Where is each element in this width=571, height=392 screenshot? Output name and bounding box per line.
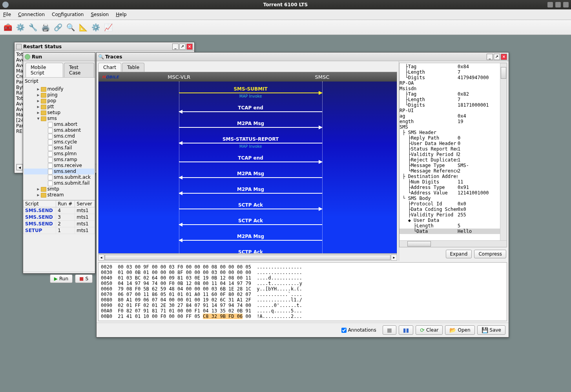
tree-folder-pop[interactable]: ▸pop [24,98,94,104]
minimize-button[interactable] [547,2,553,7]
sequence-chart[interactable]: MOBILE MSC-VLR SMSC SMS-SUBMITMAP Invoke… [98,72,397,254]
menu-help[interactable]: Help [116,12,126,17]
decoder-row-22[interactable]: ├Address Type0x91 [400,185,507,190]
run-button[interactable]: ▶Run [50,274,73,283]
toolbar-btn-9[interactable]: 📈 [103,22,114,33]
open-button[interactable]: 📂Open [445,325,474,335]
decoder-row-14[interactable]: ├User Data Header Indicator0 [400,141,507,146]
decoder-row-29[interactable]: ├Length5 [400,223,507,229]
decoder-row-12[interactable]: ├ SMS Header [400,130,507,135]
decoder-row-21[interactable]: ├Num Digits11 [400,179,507,185]
chart-scroll-left[interactable]: ◂ [98,254,104,261]
decoder-row-15[interactable]: ├Status Report Request1 [400,146,507,152]
tab-table[interactable]: Table [122,63,144,72]
stop-button[interactable]: ■S [75,274,93,283]
decoder-row-10[interactable]: ength19 [400,119,507,124]
decoder-row-5[interactable]: ├Tag0x82 [400,91,507,97]
restart-minimize[interactable]: _ [172,44,179,50]
decoder-row-20[interactable]: ├ Destination Address [400,174,507,179]
tree-folder-setup[interactable]: ▸setup [24,110,94,116]
close-button[interactable] [563,2,569,7]
tree-item-sms-plmn[interactable]: sms.plmn [24,151,94,157]
menu-file[interactable]: File [3,12,11,17]
decoder-row-3[interactable]: RP-OA [400,80,507,86]
tree-item-sms-receive[interactable]: sms.receive [24,163,94,169]
msg-0[interactable]: SMS-SUBMITMAP Invoke [179,93,322,93]
tree-folder-ptt[interactable]: ▸ptt [24,104,94,110]
decoder-tree[interactable]: ├Tag0x84 ├Length7 └Digits41794947000RP-O… [400,63,507,240]
save-button[interactable]: 💾Save [477,325,505,335]
decoder-row-26[interactable]: ├Data Coding Scheme0x0 [400,207,507,212]
compress-button[interactable]: Compress [474,250,506,258]
tree-item-sms-absent[interactable]: sms.absent [24,127,94,133]
decoder-row-6[interactable]: ├Length7 [400,97,507,102]
msg-9[interactable]: M2PA Msg [179,240,322,241]
msg-3[interactable]: SMS-STATUS-REPORTMAP Invoke [179,143,322,143]
traces-close[interactable]: × [501,54,507,60]
decoder-row-1[interactable]: ├Length7 [400,69,507,75]
table-row[interactable]: SMS.SEND3mts1 [24,214,95,221]
script-tree[interactable]: ▸modify ▸ping ▸pop ▸ptt ▸setup ▾sms sms.… [23,85,95,200]
decoder-row-2[interactable]: └Digits41794947000 [400,75,507,80]
tree-item-sms-ramp[interactable]: sms.ramp [24,157,94,163]
decoder-row-0[interactable]: ├Tag0x84 [400,64,507,69]
annotations-checkbox[interactable]: Annotations [341,327,376,333]
decoder-row-27[interactable]: ├Validity Period255 [400,212,507,218]
tree-folder-ping[interactable]: ▸ping [24,92,94,98]
decoder-row-13[interactable]: ├Reply Path0 [400,135,507,141]
col-script[interactable]: Script [24,201,56,207]
tree-item-sms-submit-ack[interactable]: sms.submit.ack [24,174,94,180]
table-row[interactable]: SETUP1mts1 [24,227,95,234]
msg-5[interactable]: M2PA Msg [179,177,322,178]
msg-1[interactable]: TCAP end [179,111,322,112]
expand-button[interactable]: Expand [446,250,472,258]
decoder-row-23[interactable]: └Address Value12141001000 [400,190,507,196]
toolbar-btn-1[interactable]: 🧰 [2,22,13,33]
table-row[interactable]: SMS.SEND4mts1 [24,207,95,214]
toolbar-btn-4[interactable]: 🖨️ [40,22,51,33]
msg-7[interactable]: SCTP Ack [179,209,322,209]
toolbar-btn-7[interactable]: 📐 [78,22,89,33]
toolbar-btn-2[interactable]: ⚙️ [15,22,26,33]
toolbar-btn-3[interactable]: 🔧 [27,22,38,33]
table-row[interactable]: SMS.SEND2mts1 [24,221,95,227]
restart-maximize[interactable]: ↗ [179,44,186,50]
decoder-row-18[interactable]: ├Message TypeSMS- [400,163,507,168]
pause-trace-button[interactable]: ▮▮ [399,325,413,335]
decoder-row-4[interactable]: Msisdn [400,86,507,91]
tree-item-sms-fail[interactable]: sms.fail [24,145,94,151]
toolbar-btn-8[interactable]: ⚙️ [90,22,101,33]
tab-mobile-script[interactable]: Mobile Script [26,63,63,77]
clear-button[interactable]: ⟳Clear [416,325,443,335]
msg-6[interactable]: M2PA Msg [179,193,322,194]
decoder-row-19[interactable]: └Message Reference2 [400,168,507,174]
decoder-row-8[interactable]: RP-UI [400,108,507,113]
tree-item-sms-abort[interactable]: sms.abort [24,122,94,127]
decoder-row-25[interactable]: ├Protocol Id0x0 [400,201,507,207]
restart-scroll-left[interactable]: ◂ [16,164,23,170]
tree-item-sms-cycle[interactable]: sms.cycle [24,139,94,145]
tree-folder-smtp[interactable]: ▸smtp [24,186,94,192]
msg-8[interactable]: SCTP Ack [179,224,322,225]
tree-folder-stream[interactable]: ▸stream [24,192,94,198]
toolbar-btn-6[interactable]: 🔍 [65,22,76,33]
menu-connection[interactable]: Connection [18,12,45,17]
tree-item-sms-cmd[interactable]: sms.cmd [24,133,94,139]
menu-session[interactable]: Session [91,12,109,17]
toolbar-btn-5[interactable]: 🔗 [53,22,64,33]
maximize-button[interactable] [555,2,561,7]
col-run[interactable]: Run # [56,201,75,207]
decoder-row-11[interactable]: SMS [400,124,507,130]
stop-trace-button[interactable]: ■ [383,325,396,335]
traces-maximize[interactable]: ↗ [494,54,500,60]
tree-folder-modify[interactable]: ▸modify [24,86,94,92]
decoder-row-28[interactable]: ◆ User Data [400,218,507,223]
decoder-row-16[interactable]: ├Validity Period Format2 [400,152,507,157]
tree-item-sms-submit-fail[interactable]: sms.submit.fail [24,180,94,186]
menu-configuration[interactable]: Configuration [52,12,84,17]
traces-minimize[interactable]: _ [487,54,493,60]
restart-close[interactable]: × [186,44,193,50]
tab-test-case[interactable]: Test Case [64,63,94,77]
decoder-row-24[interactable]: └ SMS Body [400,196,507,201]
decoder-vscroll[interactable] [500,63,507,240]
